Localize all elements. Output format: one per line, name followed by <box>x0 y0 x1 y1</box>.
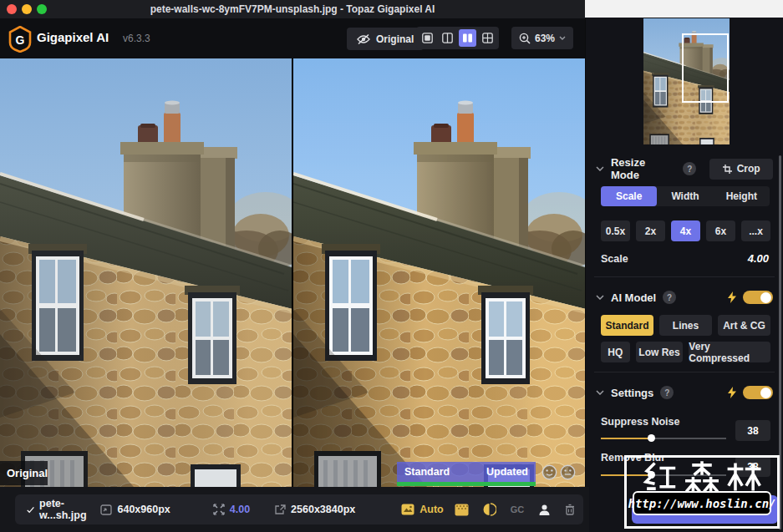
quality-very-compressed[interactable]: Very Compressed <box>689 342 770 362</box>
scale-value[interactable]: 4.00 <box>748 252 769 265</box>
scale-option-custom[interactable]: ...x <box>741 220 770 241</box>
resize-mode-header: Resize Mode ? Crop <box>596 158 773 180</box>
resize-mode-help-badge[interactable]: ? <box>683 162 696 175</box>
model-lines[interactable]: Lines <box>659 315 712 336</box>
tab-width[interactable]: Width <box>657 186 713 206</box>
original-image-panel[interactable] <box>0 58 292 487</box>
file-info-bar: pete-w...sh.jpg 640x960px 4.00 <box>15 494 583 524</box>
ai-model-help-badge[interactable]: ? <box>663 291 676 304</box>
zoom-control[interactable]: 63% <box>511 27 573 49</box>
single-view-icon <box>422 33 433 43</box>
scale-value-row: Scale 4.00 <box>601 252 769 265</box>
resize-mode-title: Resize Mode <box>611 156 676 181</box>
split-view-button[interactable] <box>439 29 456 47</box>
watermark-cjk-text <box>639 460 765 494</box>
single-view-button[interactable] <box>419 29 436 47</box>
navigator-viewport-rect[interactable] <box>682 33 729 103</box>
format-icon <box>401 504 414 515</box>
quad-view-icon <box>482 33 493 43</box>
resize-mode-tabs: Scale Width Height <box>601 186 770 206</box>
crop-button-label: Crop <box>737 163 760 175</box>
view-mode-group <box>416 27 499 49</box>
status-bar: pete-w...sh.jpg 640x960px 4.00 <box>0 487 589 532</box>
zoom-level: 63% <box>535 33 555 44</box>
magnifier-plus-icon <box>519 33 531 44</box>
side-by-side-view-icon <box>462 33 473 43</box>
scale-option-05x[interactable]: 0.5x <box>601 220 630 241</box>
scale-option-2x[interactable]: 2x <box>636 220 665 241</box>
watermark-url: http://www.hoslin.cn/ <box>633 491 771 515</box>
compare-progress-bar <box>397 482 536 486</box>
input-size-icon <box>100 504 112 515</box>
app-name: Gigapixel AI <box>37 30 109 44</box>
status-right-icons: GC <box>455 503 576 516</box>
compare-model-bar[interactable]: Standard Updated <box>397 462 536 482</box>
original-button-label: Original <box>376 33 414 45</box>
gigapixel-logo-icon: G <box>8 26 33 53</box>
model-standard[interactable]: Standard <box>601 315 653 336</box>
slider-thumb[interactable] <box>648 434 655 442</box>
meh-feedback-button[interactable] <box>560 464 576 480</box>
halftone-icon[interactable] <box>455 504 469 516</box>
model-option-row: Standard Lines Art & CG <box>601 315 770 336</box>
window-title: pete-walls-wc-8ymFV7PM-unsplash.jpg - To… <box>0 0 585 18</box>
upscaled-photo <box>293 58 585 487</box>
output-size-icon <box>274 504 286 515</box>
split-view-icon <box>442 33 453 43</box>
scale-option-row: 0.5x 2x 4x 6x ...x <box>601 220 770 241</box>
lightning-icon <box>728 291 736 303</box>
navigator-thumbnail[interactable] <box>643 18 730 149</box>
title-bar-blank-area <box>585 0 783 18</box>
ai-model-title: AI Model <box>611 291 656 304</box>
app-version: v6.3.3 <box>123 33 150 44</box>
ai-model-toggle[interactable] <box>743 291 773 304</box>
model-art-cg[interactable]: Art & CG <box>718 315 770 336</box>
scale-label: Scale <box>601 253 628 265</box>
scale-option-4x[interactable]: 4x <box>671 220 700 241</box>
output-size: 2560x3840px <box>291 504 355 515</box>
quality-hq[interactable]: HQ <box>601 342 630 362</box>
suppress-noise-value[interactable]: 38 <box>735 420 770 441</box>
quality-option-row: HQ Low Res Very Compressed <box>601 342 770 362</box>
gc-label: GC <box>511 504 525 514</box>
check-icon <box>27 505 34 514</box>
toggle-original-button[interactable]: Original <box>347 28 424 50</box>
preview-image-panel[interactable] <box>293 58 585 487</box>
account-icon[interactable] <box>538 504 551 516</box>
quad-view-button[interactable] <box>479 29 496 47</box>
trash-icon[interactable] <box>565 504 575 515</box>
original-photo <box>0 58 292 487</box>
input-size: 640x960px <box>117 504 170 515</box>
compare-right-label: Updated <box>486 466 528 478</box>
side-by-side-view-button[interactable] <box>459 29 476 47</box>
settings-title: Settings <box>611 387 653 399</box>
settings-header: Settings ? <box>596 382 773 403</box>
lightning-icon <box>728 387 736 398</box>
ai-model-header: AI Model ? <box>596 286 773 308</box>
suppress-noise-label: Suppress Noise <box>601 416 679 428</box>
settings-toggle[interactable] <box>743 386 773 399</box>
happy-feedback-button[interactable] <box>541 464 557 480</box>
chevron-down-icon[interactable] <box>596 390 604 395</box>
compare-left-label: Standard <box>404 466 450 478</box>
chevron-down-icon <box>559 36 566 40</box>
tab-scale[interactable]: Scale <box>601 186 657 206</box>
scale-option-6x[interactable]: 6x <box>706 220 735 241</box>
scale-arrows-icon <box>213 504 225 515</box>
top-toolbar: G Gigapixel AI v6.3.3 Original <box>0 18 585 58</box>
eye-off-icon <box>357 33 370 45</box>
quality-low-res[interactable]: Low Res <box>636 342 684 362</box>
filename[interactable]: pete-w...sh.jpg <box>39 498 89 521</box>
tab-height[interactable]: Height <box>714 186 770 206</box>
split-compare-icon[interactable] <box>483 503 496 516</box>
chevron-down-icon[interactable] <box>596 295 604 300</box>
settings-help-badge[interactable]: ? <box>660 386 674 399</box>
original-panel-label: Original <box>0 461 48 485</box>
watermark-overlay: http://www.hoslin.cn/ <box>624 455 780 529</box>
format-auto[interactable]: Auto <box>419 504 443 515</box>
crop-button[interactable]: Crop <box>709 159 773 180</box>
suppress-noise-slider[interactable] <box>601 433 726 443</box>
app-window: pete-walls-wc-8ymFV7PM-unsplash.jpg - To… <box>0 0 783 532</box>
chevron-down-icon[interactable] <box>596 166 604 171</box>
svg-text:G: G <box>16 33 25 47</box>
